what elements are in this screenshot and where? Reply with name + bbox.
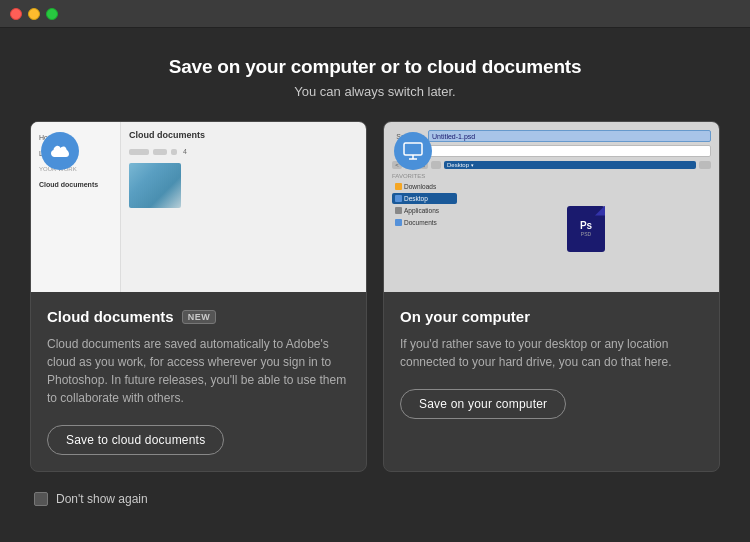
documents-icon <box>395 219 402 226</box>
file-saveas-row: Save As: Untitled-1.psd <box>392 130 711 142</box>
dont-show-label: Don't show again <box>56 492 148 506</box>
cloud-toolbar-btn1 <box>129 149 149 155</box>
computer-icon <box>394 132 432 170</box>
cloud-card-description: Cloud documents are saved automatically … <box>47 335 350 407</box>
cloud-count: 4 <box>183 148 187 155</box>
cloud-thumb-1 <box>129 163 181 208</box>
svg-rect-0 <box>404 143 422 155</box>
computer-preview-ui: Save As: Untitled-1.psd Tags: < > ⊞ <box>384 122 719 292</box>
cloud-card: Home Learn YOUR WORK Cloud documents Clo… <box>30 121 367 472</box>
computer-card-info: On your computer If you'd rather save to… <box>384 292 719 435</box>
file-location: Desktop ▾ <box>444 161 696 169</box>
location-text: Desktop <box>447 162 469 168</box>
file-sidebar-documents: Documents <box>392 217 457 228</box>
file-tags-row: Tags: <box>392 145 711 157</box>
documents-label: Documents <box>404 219 437 226</box>
title-bar <box>0 0 750 28</box>
dialog-title: Save on your computer or to cloud docume… <box>30 56 720 78</box>
psd-sub: PSD <box>581 231 591 237</box>
location-chevron: ▾ <box>471 162 474 168</box>
close-button[interactable] <box>10 8 22 20</box>
desktop-label: Desktop <box>404 195 428 202</box>
computer-card-description: If you'd rather save to your desktop or … <box>400 335 703 371</box>
cloud-toolbar-btn2 <box>153 149 167 155</box>
applications-icon <box>395 207 402 214</box>
nav-folder-btn <box>431 161 441 169</box>
file-body: Favorites Downloads Desktop <box>392 173 711 284</box>
footer: Don't show again <box>30 492 720 506</box>
file-main-area: Ps PSD <box>461 173 711 284</box>
psd-text: Ps <box>580 220 592 231</box>
dialog-subtitle: You can always switch later. <box>30 84 720 99</box>
nav-action-btn <box>699 161 711 169</box>
file-sidebar-applications: Applications <box>392 205 457 216</box>
downloads-label: Downloads <box>404 183 436 190</box>
file-sidebar-desktop: Desktop <box>392 193 457 204</box>
psd-icon-corner <box>595 206 605 216</box>
cloud-card-title: Cloud documents <box>47 308 174 325</box>
cloud-card-info: Cloud documents NEW Cloud documents are … <box>31 292 366 471</box>
cloud-toolbar-btn3 <box>171 149 177 155</box>
applications-label: Applications <box>404 207 439 214</box>
file-nav-row: < > ⊞ Desktop ▾ <box>392 161 711 169</box>
cloud-card-preview: Home Learn YOUR WORK Cloud documents Clo… <box>31 122 366 292</box>
main-content: Save on your computer or to cloud docume… <box>0 28 750 526</box>
file-sidebar-downloads: Downloads <box>392 181 457 192</box>
cloud-main-mockup: Cloud documents 4 <box>121 122 366 292</box>
dont-show-checkbox[interactable] <box>34 492 48 506</box>
psd-file-icon: Ps PSD <box>567 206 605 252</box>
cloud-toolbar: 4 <box>129 148 358 155</box>
cloud-sidebar-docs: Cloud documents <box>39 179 112 190</box>
computer-card-title: On your computer <box>400 308 530 325</box>
save-to-cloud-button[interactable]: Save to cloud documents <box>47 425 224 455</box>
file-sidebar-mockup: Favorites Downloads Desktop <box>392 173 457 284</box>
cloud-icon <box>41 132 79 170</box>
cloud-title-row: Cloud documents NEW <box>47 308 350 325</box>
computer-card-preview: Save As: Untitled-1.psd Tags: < > ⊞ <box>384 122 719 292</box>
minimize-button[interactable] <box>28 8 40 20</box>
computer-svg <box>403 142 423 160</box>
cloud-preview-ui: Home Learn YOUR WORK Cloud documents Clo… <box>31 122 366 292</box>
save-on-computer-button[interactable]: Save on your computer <box>400 389 566 419</box>
desktop-icon <box>395 195 402 202</box>
cloud-svg <box>49 143 71 159</box>
cloud-grid <box>129 163 358 208</box>
cloud-main-title: Cloud documents <box>129 130 358 140</box>
cloud-new-badge: NEW <box>182 310 217 324</box>
maximize-button[interactable] <box>46 8 58 20</box>
computer-card: Save As: Untitled-1.psd Tags: < > ⊞ <box>383 121 720 472</box>
saveas-input: Untitled-1.psd <box>428 130 711 142</box>
file-sidebar-favorites: Favorites <box>392 173 457 179</box>
cards-container: Home Learn YOUR WORK Cloud documents Clo… <box>30 121 720 472</box>
downloads-icon <box>395 183 402 190</box>
tags-input <box>428 145 711 157</box>
computer-title-row: On your computer <box>400 308 703 325</box>
